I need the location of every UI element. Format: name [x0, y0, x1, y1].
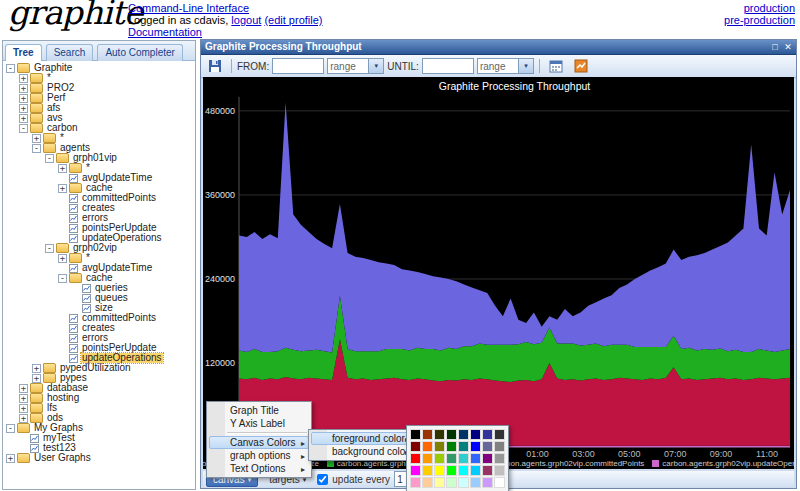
color-swatch[interactable] [482, 477, 493, 488]
tree-node[interactable]: -My Graphs [6, 423, 195, 433]
until-range-input[interactable] [477, 58, 518, 74]
color-swatch[interactable] [422, 465, 433, 476]
color-swatch[interactable] [446, 477, 457, 488]
tree-node[interactable]: +hosting [6, 393, 195, 403]
tree-node[interactable]: -Graphite [6, 63, 195, 73]
color-swatch[interactable] [482, 441, 493, 452]
color-swatch[interactable] [494, 453, 505, 464]
expand-icon[interactable]: + [58, 184, 67, 193]
production-link[interactable]: production [744, 2, 795, 14]
color-swatch[interactable] [434, 465, 445, 476]
date-range-button[interactable] [545, 56, 567, 76]
color-swatch[interactable] [422, 429, 433, 440]
collapse-icon[interactable]: - [32, 144, 41, 153]
tree-node[interactable]: +PRO2 [6, 83, 195, 93]
maximize-icon[interactable]: □ [769, 41, 781, 53]
color-swatch[interactable] [482, 465, 493, 476]
color-swatch[interactable] [494, 477, 505, 488]
tree-node[interactable]: myTest [6, 433, 195, 443]
collapse-icon[interactable]: - [58, 274, 67, 283]
tree-node[interactable]: -carbon [6, 123, 195, 133]
tab-tree[interactable]: Tree [5, 44, 42, 61]
edit-profile-link[interactable]: (edit profile) [264, 14, 322, 26]
color-swatch[interactable] [446, 441, 457, 452]
menu-item-background-color[interactable]: background color▸ [311, 445, 413, 458]
color-swatch[interactable] [410, 465, 421, 476]
chevron-down-icon[interactable]: ▾ [518, 58, 534, 74]
chevron-down-icon[interactable]: ▾ [368, 58, 384, 74]
tree-node[interactable]: +Perf [6, 93, 195, 103]
window-titlebar[interactable]: Graphite Processing Throughput □ ✕ [201, 40, 796, 55]
color-swatch[interactable] [410, 441, 421, 452]
expand-icon[interactable]: + [58, 254, 67, 263]
expand-icon[interactable]: + [19, 404, 28, 413]
collapse-icon[interactable]: - [6, 64, 15, 73]
color-swatch[interactable] [482, 429, 493, 440]
menu-item-foreground-color[interactable]: foreground color▸ [311, 432, 413, 445]
color-swatch[interactable] [458, 453, 469, 464]
tree-node[interactable]: -grph01vip [6, 153, 195, 163]
collapse-icon[interactable]: - [45, 154, 54, 163]
save-button[interactable] [204, 56, 226, 76]
menu-item-graph-options[interactable]: graph options▸ [209, 449, 309, 462]
tree-node[interactable]: +pypedUtilization [6, 363, 195, 373]
color-swatch[interactable] [458, 429, 469, 440]
cli-link[interactable]: Command-Line Interface [128, 2, 249, 14]
color-swatch[interactable] [434, 453, 445, 464]
expand-icon[interactable]: + [32, 364, 41, 373]
color-swatch[interactable] [458, 465, 469, 476]
color-swatch[interactable] [422, 453, 433, 464]
tree-node[interactable]: -grph02vip [6, 243, 195, 253]
tree-node[interactable]: +* [6, 73, 195, 83]
color-swatch[interactable] [470, 429, 481, 440]
until-input[interactable] [422, 58, 474, 74]
tree-node[interactable]: +* [6, 133, 195, 143]
color-swatch[interactable] [410, 429, 421, 440]
color-swatch[interactable] [470, 441, 481, 452]
preproduction-link[interactable]: pre-production [724, 14, 795, 26]
menu-item-canvas-colors[interactable]: Canvas Colors▸ [209, 436, 309, 449]
tree-node[interactable]: +database [6, 383, 195, 393]
color-swatch[interactable] [434, 441, 445, 452]
expand-icon[interactable]: + [19, 104, 28, 113]
color-swatch[interactable] [494, 429, 505, 440]
color-swatch[interactable] [482, 453, 493, 464]
color-swatch[interactable] [422, 477, 433, 488]
tree-node[interactable]: +afs [6, 103, 195, 113]
expand-icon[interactable]: + [32, 374, 41, 383]
color-swatch[interactable] [434, 477, 445, 488]
color-swatch[interactable] [458, 477, 469, 488]
expand-icon[interactable]: + [58, 164, 67, 173]
expand-icon[interactable]: + [19, 394, 28, 403]
from-range-input[interactable] [327, 58, 368, 74]
tab-search[interactable]: Search [46, 44, 94, 61]
color-swatch[interactable] [410, 477, 421, 488]
color-swatch[interactable] [470, 477, 481, 488]
export-image-button[interactable] [570, 56, 592, 76]
docs-link[interactable]: Documentation [128, 26, 202, 38]
color-swatch[interactable] [470, 465, 481, 476]
auto-refresh-checkbox[interactable] [317, 474, 328, 485]
color-swatch[interactable] [410, 453, 421, 464]
color-swatch[interactable] [470, 453, 481, 464]
expand-icon[interactable]: + [19, 384, 28, 393]
tree-node[interactable]: +User Graphs [6, 453, 195, 463]
from-input[interactable] [272, 58, 324, 74]
collapse-icon[interactable]: - [6, 424, 15, 433]
menu-item-text-options[interactable]: Text Options▸ [209, 462, 309, 475]
expand-icon[interactable]: + [19, 414, 28, 423]
tab-auto-completer[interactable]: Auto Completer [97, 44, 182, 61]
expand-icon[interactable]: + [19, 74, 28, 83]
expand-icon[interactable]: + [19, 84, 28, 93]
expand-icon[interactable]: + [6, 454, 15, 463]
menu-item-y-axis-label[interactable]: Y Axis Label [209, 417, 309, 430]
collapse-icon[interactable]: - [19, 124, 28, 133]
color-swatch[interactable] [422, 441, 433, 452]
expand-icon[interactable]: + [19, 114, 28, 123]
logout-link[interactable]: logout [231, 14, 261, 26]
color-swatch[interactable] [494, 441, 505, 452]
color-swatch[interactable] [446, 429, 457, 440]
expand-icon[interactable]: + [19, 94, 28, 103]
color-swatch[interactable] [458, 441, 469, 452]
collapse-icon[interactable]: - [45, 244, 54, 253]
